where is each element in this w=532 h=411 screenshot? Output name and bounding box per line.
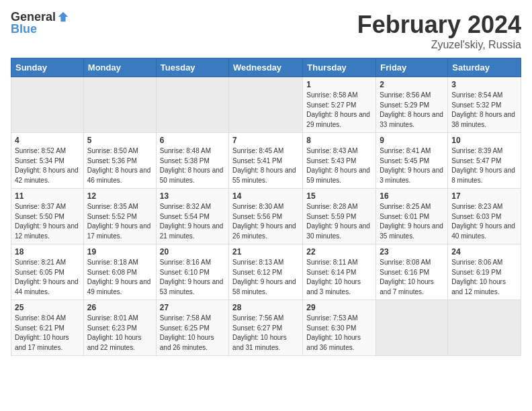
logo-icon [57, 11, 69, 23]
logo: General Blue [11, 11, 69, 36]
table-row: 12Sunrise: 8:35 AMSunset: 5:52 PMDayligh… [83, 189, 156, 244]
table-row: 19Sunrise: 8:18 AMSunset: 6:08 PMDayligh… [83, 244, 156, 300]
header-sunday: Sunday [11, 58, 84, 77]
day-info: Sunrise: 8:35 AMSunset: 5:52 PMDaylight:… [87, 202, 152, 241]
table-row: 6Sunrise: 8:48 AMSunset: 5:38 PMDaylight… [156, 133, 228, 189]
day-number: 29 [306, 303, 372, 312]
header-thursday: Thursday [303, 58, 376, 77]
day-number: 26 [87, 303, 152, 312]
day-number: 18 [15, 247, 80, 257]
table-row: 21Sunrise: 8:13 AMSunset: 6:12 PMDayligh… [229, 244, 303, 300]
table-row: 18Sunrise: 8:21 AMSunset: 6:05 PMDayligh… [11, 244, 84, 300]
calendar-week-row: 18Sunrise: 8:21 AMSunset: 6:05 PMDayligh… [11, 244, 521, 300]
table-row: 10Sunrise: 8:39 AMSunset: 5:47 PMDayligh… [448, 133, 521, 189]
calendar-title: February 2024 [357, 11, 521, 39]
day-info: Sunrise: 7:56 AMSunset: 6:27 PMDaylight:… [232, 314, 299, 353]
table-row: 23Sunrise: 8:08 AMSunset: 6:16 PMDayligh… [376, 244, 448, 300]
day-info: Sunrise: 8:45 AMSunset: 5:41 PMDaylight:… [232, 146, 299, 185]
table-row: 5Sunrise: 8:50 AMSunset: 5:36 PMDaylight… [83, 133, 156, 189]
day-info: Sunrise: 8:25 AMSunset: 6:01 PMDaylight:… [380, 202, 444, 241]
day-info: Sunrise: 8:11 AMSunset: 6:14 PMDaylight:… [306, 258, 372, 297]
day-info: Sunrise: 8:13 AMSunset: 6:12 PMDaylight:… [232, 258, 299, 297]
day-number: 24 [451, 247, 517, 257]
calendar-week-row: 4Sunrise: 8:52 AMSunset: 5:34 PMDaylight… [11, 133, 521, 189]
day-number: 28 [232, 303, 299, 312]
day-number: 21 [232, 247, 299, 257]
day-number: 16 [380, 191, 444, 201]
day-info: Sunrise: 8:39 AMSunset: 5:47 PMDaylight:… [451, 146, 517, 185]
day-number: 19 [87, 247, 152, 257]
day-number: 4 [15, 136, 80, 145]
day-number: 5 [87, 136, 152, 145]
day-number: 27 [160, 303, 225, 312]
day-number: 3 [451, 80, 517, 89]
day-number: 10 [451, 136, 517, 145]
calendar-week-row: 11Sunrise: 8:37 AMSunset: 5:50 PMDayligh… [11, 189, 521, 244]
table-row: 25Sunrise: 8:04 AMSunset: 6:21 PMDayligh… [11, 300, 84, 356]
day-number: 2 [380, 80, 444, 89]
day-info: Sunrise: 8:21 AMSunset: 6:05 PMDaylight:… [15, 258, 80, 297]
day-info: Sunrise: 8:04 AMSunset: 6:21 PMDaylight:… [15, 314, 80, 353]
table-row [11, 77, 84, 133]
table-row [83, 77, 156, 133]
table-row: 26Sunrise: 8:01 AMSunset: 6:23 PMDayligh… [83, 300, 156, 356]
table-row: 4Sunrise: 8:52 AMSunset: 5:34 PMDaylight… [11, 133, 84, 189]
calendar-week-row: 25Sunrise: 8:04 AMSunset: 6:21 PMDayligh… [11, 300, 521, 356]
title-area: February 2024 Zyuzel'skiy, Russia [357, 11, 521, 51]
day-info: Sunrise: 8:08 AMSunset: 6:16 PMDaylight:… [380, 258, 444, 297]
day-info: Sunrise: 8:28 AMSunset: 5:59 PMDaylight:… [306, 202, 372, 241]
table-row [156, 77, 228, 133]
weekday-header-row: Sunday Monday Tuesday Wednesday Thursday… [11, 58, 521, 77]
day-info: Sunrise: 8:52 AMSunset: 5:34 PMDaylight:… [15, 146, 80, 185]
header-tuesday: Tuesday [156, 58, 228, 77]
day-number: 22 [306, 247, 372, 257]
day-info: Sunrise: 8:50 AMSunset: 5:36 PMDaylight:… [87, 146, 152, 185]
calendar-week-row: 1Sunrise: 8:58 AMSunset: 5:27 PMDaylight… [11, 77, 521, 133]
day-number: 13 [160, 191, 225, 201]
table-row: 28Sunrise: 7:56 AMSunset: 6:27 PMDayligh… [229, 300, 303, 356]
day-info: Sunrise: 8:54 AMSunset: 5:32 PMDaylight:… [451, 91, 517, 130]
table-row: 16Sunrise: 8:25 AMSunset: 6:01 PMDayligh… [376, 189, 448, 244]
day-number: 25 [15, 303, 80, 312]
day-number: 23 [380, 247, 444, 257]
day-number: 9 [380, 136, 444, 145]
svg-marker-0 [58, 12, 68, 21]
day-info: Sunrise: 8:06 AMSunset: 6:19 PMDaylight:… [451, 258, 517, 297]
day-info: Sunrise: 8:01 AMSunset: 6:23 PMDaylight:… [87, 314, 152, 353]
table-row: 1Sunrise: 8:58 AMSunset: 5:27 PMDaylight… [303, 77, 376, 133]
table-row: 15Sunrise: 8:28 AMSunset: 5:59 PMDayligh… [303, 189, 376, 244]
day-info: Sunrise: 8:23 AMSunset: 6:03 PMDaylight:… [451, 202, 517, 241]
day-info: Sunrise: 8:43 AMSunset: 5:43 PMDaylight:… [306, 146, 372, 185]
table-row [448, 300, 521, 356]
header-saturday: Saturday [448, 58, 521, 77]
day-number: 11 [15, 191, 80, 201]
header-wednesday: Wednesday [229, 58, 303, 77]
table-row: 24Sunrise: 8:06 AMSunset: 6:19 PMDayligh… [448, 244, 521, 300]
day-number: 12 [87, 191, 152, 201]
day-number: 15 [306, 191, 372, 201]
day-number: 7 [232, 136, 299, 145]
table-row: 2Sunrise: 8:56 AMSunset: 5:29 PMDaylight… [376, 77, 448, 133]
day-number: 14 [232, 191, 299, 201]
table-row [229, 77, 303, 133]
header-monday: Monday [83, 58, 156, 77]
day-info: Sunrise: 8:58 AMSunset: 5:27 PMDaylight:… [306, 91, 372, 130]
day-info: Sunrise: 7:58 AMSunset: 6:25 PMDaylight:… [160, 314, 225, 353]
table-row: 20Sunrise: 8:16 AMSunset: 6:10 PMDayligh… [156, 244, 228, 300]
table-row: 11Sunrise: 8:37 AMSunset: 5:50 PMDayligh… [11, 189, 84, 244]
day-number: 1 [306, 80, 372, 89]
table-row: 22Sunrise: 8:11 AMSunset: 6:14 PMDayligh… [303, 244, 376, 300]
day-number: 17 [451, 191, 517, 201]
day-info: Sunrise: 8:16 AMSunset: 6:10 PMDaylight:… [160, 258, 225, 297]
logo-blue: Blue [11, 22, 37, 36]
day-info: Sunrise: 8:30 AMSunset: 5:56 PMDaylight:… [232, 202, 299, 241]
table-row: 3Sunrise: 8:54 AMSunset: 5:32 PMDaylight… [448, 77, 521, 133]
day-number: 6 [160, 136, 225, 145]
table-row: 7Sunrise: 8:45 AMSunset: 5:41 PMDaylight… [229, 133, 303, 189]
calendar-subtitle: Zyuzel'skiy, Russia [357, 39, 521, 51]
day-info: Sunrise: 8:56 AMSunset: 5:29 PMDaylight:… [380, 91, 444, 130]
day-info: Sunrise: 8:32 AMSunset: 5:54 PMDaylight:… [160, 202, 225, 241]
table-row: 9Sunrise: 8:41 AMSunset: 5:45 PMDaylight… [376, 133, 448, 189]
day-number: 20 [160, 247, 225, 257]
day-number: 8 [306, 136, 372, 145]
